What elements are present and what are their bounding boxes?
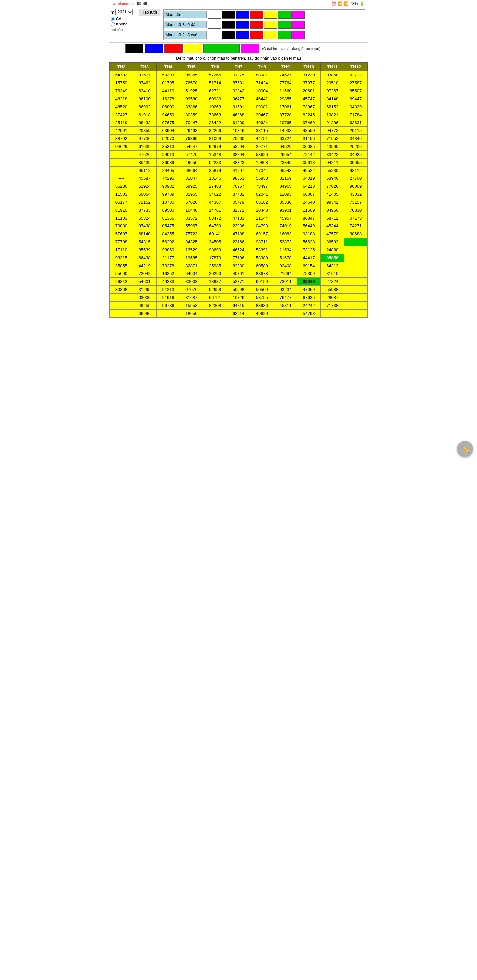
table-cell[interactable]: 10326	[227, 294, 250, 302]
table-cell[interactable]: 14938	[274, 127, 297, 135]
table-cell[interactable]: 66992	[133, 103, 156, 111]
table-cell[interactable]: 03000	[133, 294, 156, 302]
table-cell[interactable]: 32872	[227, 206, 250, 214]
table-cell[interactable]: 73663	[203, 111, 227, 119]
table-cell[interactable]: 93188	[297, 230, 321, 238]
table-cell[interactable]: 18146	[203, 175, 227, 183]
table-cell[interactable]: 74295	[156, 175, 180, 183]
table-cell[interactable]: 72142	[297, 151, 321, 159]
table-cell[interactable]: 82266	[203, 127, 227, 135]
table-cell[interactable]: 10443	[250, 206, 274, 214]
table-cell[interactable]: 57607	[110, 230, 133, 238]
table-cell[interactable]: 29405	[156, 167, 180, 175]
swatch-nen-yellow[interactable]	[264, 11, 277, 19]
table-cell[interactable]: 37782	[227, 190, 250, 198]
swatch-nen-red[interactable]	[250, 11, 263, 19]
table-cell[interactable]: 03858	[321, 71, 344, 79]
table-cell[interactable]: 94659	[156, 111, 180, 119]
swatch-2so-yellow[interactable]	[264, 31, 277, 39]
table-cell[interactable]: 92408	[274, 262, 297, 270]
table-cell[interactable]: 04960	[321, 206, 344, 214]
th-th10[interactable]: TH10	[297, 62, 321, 71]
table-cell[interactable]: 52070	[156, 135, 180, 143]
table-cell[interactable]: 68162	[250, 198, 274, 206]
table-cell[interactable]: 10448	[180, 206, 203, 214]
table-cell[interactable]: 73278	[156, 262, 180, 270]
table-cell[interactable]: 26313	[110, 278, 133, 286]
table-cell[interactable]: 24880	[321, 246, 344, 254]
table-cell[interactable]: 75309	[297, 270, 321, 278]
table-cell[interactable]: 37377	[297, 79, 321, 87]
table-cell[interactable]: 44219	[133, 262, 156, 270]
table-cell[interactable]: 98860	[156, 246, 180, 254]
table-cell[interactable]	[344, 278, 368, 286]
table-cell[interactable]: 45747	[297, 95, 321, 103]
swatch-2so-blue[interactable]	[236, 31, 249, 39]
table-cell[interactable]: 35879	[203, 167, 227, 175]
table-cell[interactable]: 61918	[133, 111, 156, 119]
table-cell[interactable]: 40891	[227, 270, 250, 278]
table-cell[interactable]: 70030	[110, 222, 133, 230]
sel-swatch-black[interactable]	[125, 44, 144, 53]
table-cell[interactable]: 11503	[110, 190, 133, 198]
table-cell[interactable]: 64904	[180, 270, 203, 278]
table-cell[interactable]: 05475	[156, 222, 180, 230]
table-cell[interactable]: 11660	[274, 87, 297, 95]
table-cell[interactable]: 42991	[110, 127, 133, 135]
table-cell[interactable]: 27700	[344, 175, 368, 183]
table-cell[interactable]: 76578	[180, 79, 203, 87]
table-cell[interactable]: 88678	[250, 270, 274, 278]
table-cell[interactable]: 81099	[203, 135, 227, 143]
table-cell[interactable]: 70957	[227, 183, 250, 190]
table-cell[interactable]: 83866	[180, 103, 203, 111]
table-cell[interactable]: 21694	[274, 270, 297, 278]
table-cell[interactable]: 48520	[110, 103, 133, 111]
swatch-3so-yellow[interactable]	[264, 21, 277, 29]
table-cell[interactable]: 81047	[180, 175, 203, 183]
table-cell[interactable]: 91386	[321, 119, 344, 127]
table-cell[interactable]: 59925	[180, 183, 203, 190]
table-cell[interactable]: 63724	[274, 135, 297, 143]
table-cell[interactable]: 45587	[133, 175, 156, 183]
table-cell[interactable]: 81910	[110, 206, 133, 214]
table-cell[interactable]: 97736	[133, 135, 156, 143]
table-cell[interactable]: 57266	[203, 71, 227, 79]
table-cell[interactable]: 02283	[203, 159, 227, 167]
table-cell[interactable]: 99789	[156, 190, 180, 198]
table-cell[interactable]: 01275	[227, 71, 250, 79]
table-cell[interactable]: 55230	[321, 167, 344, 175]
table-cell[interactable]: 85856	[321, 254, 344, 262]
sel-swatch-yellow[interactable]	[184, 44, 202, 53]
table-cell[interactable]: 49634	[250, 119, 274, 127]
table-cell[interactable]: 47133	[227, 214, 250, 222]
table-cell[interactable]: 32965	[180, 190, 203, 198]
table-cell[interactable]: 70830	[344, 206, 368, 214]
table-cell[interactable]: 09081	[250, 103, 274, 111]
table-cell[interactable]: 07076	[180, 286, 203, 294]
table-cell[interactable]: 67635	[297, 294, 321, 302]
table-cell[interactable]: 49620	[250, 310, 274, 318]
table-cell[interactable]: 94772	[321, 127, 344, 135]
table-cell[interactable]: 48218	[110, 95, 133, 103]
table-cell[interactable]: 88081	[250, 71, 274, 79]
table-cell[interactable]: 87781	[227, 79, 250, 87]
table-cell[interactable]: 33003	[180, 278, 203, 286]
table-cell[interactable]: 63904	[156, 127, 180, 135]
table-cell[interactable]: 53594	[227, 143, 250, 151]
table-cell[interactable]: 44417	[297, 254, 321, 262]
table-cell[interactable]	[344, 286, 368, 294]
table-cell[interactable]	[344, 270, 368, 278]
table-cell[interactable]: 20290	[203, 270, 227, 278]
table-cell[interactable]: 41405	[321, 190, 344, 198]
table-cell[interactable]: 05618	[297, 159, 321, 167]
table-cell[interactable]: 77708	[110, 238, 133, 246]
table-cell[interactable]: 34622	[203, 190, 227, 198]
table-cell[interactable]: 68712	[321, 214, 344, 222]
table-cell[interactable]: 10346	[227, 127, 250, 135]
swatch-2so-red[interactable]	[250, 31, 263, 39]
table-cell[interactable]	[203, 310, 227, 318]
table-cell[interactable]: ----	[110, 167, 133, 175]
table-cell[interactable]: 21177	[156, 254, 180, 262]
sel-swatch-magenta[interactable]	[241, 44, 259, 53]
table-cell[interactable]: 02942	[227, 87, 250, 95]
